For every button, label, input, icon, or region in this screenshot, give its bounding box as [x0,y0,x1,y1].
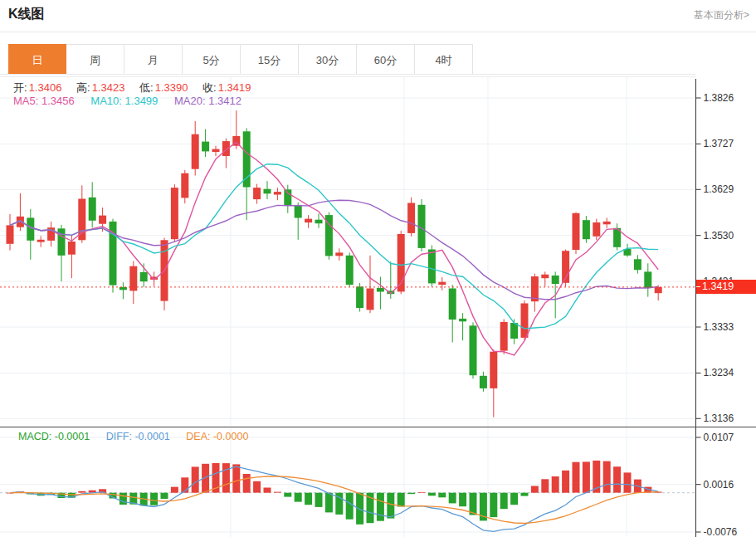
price-axis-label: 1.3727 [704,138,734,149]
interval-tab-4时[interactable]: 4时 [415,44,473,75]
low-value: 1.3390 [155,81,188,94]
ma10-legend: MA10: 1.3499 [90,95,158,107]
last-price-tick [696,286,700,287]
high-value: 1.3423 [92,81,125,94]
open-value: 1.3406 [29,81,62,94]
dea-label: DEA: [186,431,210,442]
price-axis-label: 1.3333 [704,321,734,333]
macd-legend-row: MACD: -0.0001 DIFF: -0.0001 DEA: -0.0000 [18,431,261,442]
price-axis-label: 1.3234 [704,367,734,378]
ma10-label: MA10: [90,95,122,107]
macd-axis-label: 0.0016 [704,479,734,491]
ma5-label: MA5: [13,95,38,107]
price-axis-label: 1.3629 [704,183,734,195]
macd-gridlines [0,427,695,537]
dea-legend: DEA: -0.0000 [186,431,248,442]
ma20-value: 1.3412 [208,95,241,107]
panel-divider [0,427,756,427]
price-axis-label: 1.3530 [704,230,734,242]
open-label: 开: [13,81,27,94]
low-quote: 低:1.3390 [139,81,188,94]
interval-tab-5分[interactable]: 5分 [183,44,241,75]
macd-axis-label: 0.0107 [704,432,734,443]
last-price-text: 1.3419 [702,281,734,292]
close-value: 1.3419 [218,81,251,94]
ma5-value: 1.3456 [41,95,75,107]
ma-legend-row: MA5: 1.3456 MA10: 1.3499 MA20: 1.3412 [13,95,255,107]
interval-tab-30分[interactable]: 30分 [299,44,357,75]
close-label: 收: [202,81,217,94]
macd-chart: 0.01070.0016-0.0076 [0,427,756,537]
macd-legend: MACD: -0.0001 [18,431,90,442]
ma10-value: 1.3499 [125,95,159,107]
low-label: 低: [139,81,154,94]
dea-value: -0.0000 [213,431,248,442]
ma5-line [10,143,658,355]
ohlc-row: 开:1.3406 高:1.3423 低:1.3390 收:1.3419 [13,81,262,95]
high-label: 高: [76,81,90,94]
diff-value: -0.0001 [134,431,169,442]
high-quote: 高:1.3423 [76,81,124,94]
close-quote: 收:1.3419 [202,81,251,94]
interval-tab-周[interactable]: 周 [66,44,124,75]
interval-tab-月[interactable]: 月 [124,44,183,75]
ma10-line [10,164,658,329]
open-quote: 开:1.3406 [13,81,61,94]
ma20-legend: MA20: 1.3412 [174,95,241,107]
ma20-label: MA20: [174,95,206,107]
macd-value: -0.0001 [55,431,90,442]
macd-axis-labels: 0.01070.0016-0.0076 [696,432,738,537]
header-divider [0,32,756,32]
interval-tab-15分[interactable]: 15分 [241,44,299,75]
price-gridlines [0,77,695,426]
kline-page: K线图 基本面分析> 日周月5分15分30分60分4时 开:1.3406 高:1… [0,0,756,537]
last-price-tag: 1.3419 [696,280,756,294]
candlestick-series [7,110,662,417]
interval-tab-60分[interactable]: 60分 [357,44,415,75]
macd-axis-label: -0.0076 [704,526,738,537]
price-axis-labels: 1.38261.37271.36291.35301.34311.33331.32… [696,92,734,424]
macd-label: MACD: [18,431,51,442]
page-title: K线图 [8,6,45,23]
interval-tabbar: 日周月5分15分30分60分4时 [8,44,473,75]
diff-legend: DIFF: -0.0001 [106,431,170,442]
tabbar-baseline [0,74,695,75]
diff-label: DIFF: [106,431,132,442]
diff-line [10,466,658,531]
ma5-legend: MA5: 1.3456 [13,95,75,107]
dea-line [10,476,658,524]
fundamental-analysis-link[interactable]: 基本面分析> [694,8,749,22]
price-axis-label: 1.3826 [704,92,734,104]
price-axis-label: 1.3136 [704,413,734,424]
interval-tab-日[interactable]: 日 [8,44,66,75]
main-price-chart: 1.38261.37271.36291.35301.34311.33331.32… [0,76,756,427]
